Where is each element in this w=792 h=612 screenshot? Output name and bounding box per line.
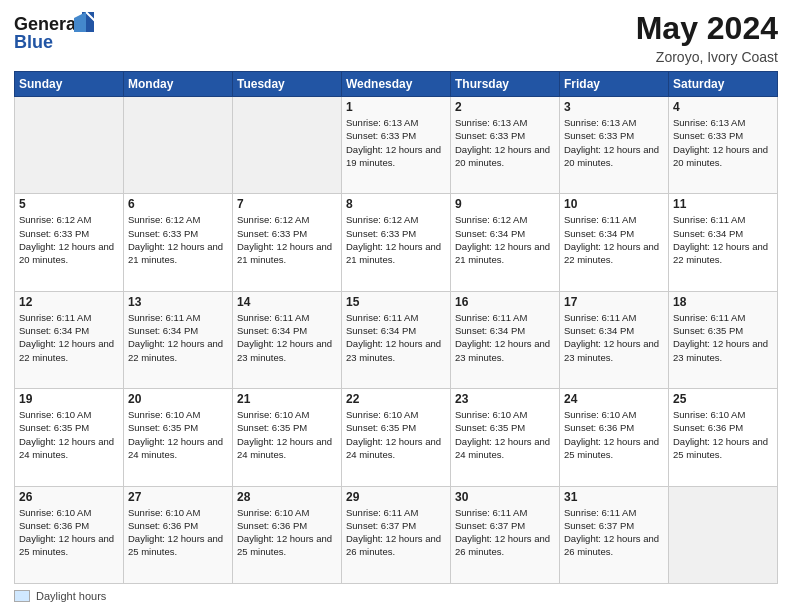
day-number: 15 <box>346 295 446 309</box>
day-info: Sunrise: 6:11 AM Sunset: 6:35 PM Dayligh… <box>673 311 773 364</box>
footer: Daylight hours <box>14 590 778 602</box>
day-number: 4 <box>673 100 773 114</box>
daylight-label: Daylight hours <box>36 590 106 602</box>
day-info: Sunrise: 6:11 AM Sunset: 6:34 PM Dayligh… <box>19 311 119 364</box>
logo-area: General Blue <box>14 10 104 58</box>
weekday-header-thursday: Thursday <box>451 72 560 97</box>
day-info: Sunrise: 6:13 AM Sunset: 6:33 PM Dayligh… <box>455 116 555 169</box>
day-info: Sunrise: 6:11 AM Sunset: 6:34 PM Dayligh… <box>128 311 228 364</box>
weekday-header-row: SundayMondayTuesdayWednesdayThursdayFrid… <box>15 72 778 97</box>
day-cell-1: 1Sunrise: 6:13 AM Sunset: 6:33 PM Daylig… <box>342 97 451 194</box>
day-cell-2: 2Sunrise: 6:13 AM Sunset: 6:33 PM Daylig… <box>451 97 560 194</box>
week-row-4: 19Sunrise: 6:10 AM Sunset: 6:35 PM Dayli… <box>15 389 778 486</box>
empty-cell <box>124 97 233 194</box>
day-info: Sunrise: 6:13 AM Sunset: 6:33 PM Dayligh… <box>564 116 664 169</box>
day-info: Sunrise: 6:12 AM Sunset: 6:33 PM Dayligh… <box>128 213 228 266</box>
day-number: 29 <box>346 490 446 504</box>
calendar-subtitle: Zoroyo, Ivory Coast <box>636 49 778 65</box>
day-info: Sunrise: 6:10 AM Sunset: 6:35 PM Dayligh… <box>19 408 119 461</box>
day-number: 24 <box>564 392 664 406</box>
day-info: Sunrise: 6:13 AM Sunset: 6:33 PM Dayligh… <box>346 116 446 169</box>
empty-cell <box>669 486 778 583</box>
day-info: Sunrise: 6:12 AM Sunset: 6:34 PM Dayligh… <box>455 213 555 266</box>
day-info: Sunrise: 6:10 AM Sunset: 6:36 PM Dayligh… <box>128 506 228 559</box>
page: General Blue May 2024 Zoroyo, Ivory Coas… <box>0 0 792 612</box>
day-number: 27 <box>128 490 228 504</box>
day-number: 25 <box>673 392 773 406</box>
daylight-legend-box <box>14 590 30 602</box>
day-cell-25: 25Sunrise: 6:10 AM Sunset: 6:36 PM Dayli… <box>669 389 778 486</box>
day-cell-6: 6Sunrise: 6:12 AM Sunset: 6:33 PM Daylig… <box>124 194 233 291</box>
day-cell-11: 11Sunrise: 6:11 AM Sunset: 6:34 PM Dayli… <box>669 194 778 291</box>
day-number: 3 <box>564 100 664 114</box>
weekday-header-friday: Friday <box>560 72 669 97</box>
day-number: 20 <box>128 392 228 406</box>
day-number: 16 <box>455 295 555 309</box>
day-info: Sunrise: 6:12 AM Sunset: 6:33 PM Dayligh… <box>19 213 119 266</box>
day-number: 9 <box>455 197 555 211</box>
day-cell-23: 23Sunrise: 6:10 AM Sunset: 6:35 PM Dayli… <box>451 389 560 486</box>
week-row-1: 1Sunrise: 6:13 AM Sunset: 6:33 PM Daylig… <box>15 97 778 194</box>
day-number: 11 <box>673 197 773 211</box>
day-info: Sunrise: 6:10 AM Sunset: 6:36 PM Dayligh… <box>19 506 119 559</box>
day-number: 2 <box>455 100 555 114</box>
day-number: 28 <box>237 490 337 504</box>
day-info: Sunrise: 6:10 AM Sunset: 6:36 PM Dayligh… <box>237 506 337 559</box>
day-info: Sunrise: 6:11 AM Sunset: 6:34 PM Dayligh… <box>673 213 773 266</box>
day-cell-14: 14Sunrise: 6:11 AM Sunset: 6:34 PM Dayli… <box>233 291 342 388</box>
calendar-table: SundayMondayTuesdayWednesdayThursdayFrid… <box>14 71 778 584</box>
day-cell-20: 20Sunrise: 6:10 AM Sunset: 6:35 PM Dayli… <box>124 389 233 486</box>
weekday-header-saturday: Saturday <box>669 72 778 97</box>
day-cell-8: 8Sunrise: 6:12 AM Sunset: 6:33 PM Daylig… <box>342 194 451 291</box>
day-cell-5: 5Sunrise: 6:12 AM Sunset: 6:33 PM Daylig… <box>15 194 124 291</box>
day-cell-9: 9Sunrise: 6:12 AM Sunset: 6:34 PM Daylig… <box>451 194 560 291</box>
day-number: 21 <box>237 392 337 406</box>
day-number: 22 <box>346 392 446 406</box>
day-number: 30 <box>455 490 555 504</box>
day-number: 6 <box>128 197 228 211</box>
day-cell-28: 28Sunrise: 6:10 AM Sunset: 6:36 PM Dayli… <box>233 486 342 583</box>
day-number: 8 <box>346 197 446 211</box>
day-cell-16: 16Sunrise: 6:11 AM Sunset: 6:34 PM Dayli… <box>451 291 560 388</box>
day-cell-18: 18Sunrise: 6:11 AM Sunset: 6:35 PM Dayli… <box>669 291 778 388</box>
day-info: Sunrise: 6:11 AM Sunset: 6:37 PM Dayligh… <box>346 506 446 559</box>
day-info: Sunrise: 6:11 AM Sunset: 6:37 PM Dayligh… <box>455 506 555 559</box>
svg-text:Blue: Blue <box>14 32 53 52</box>
empty-cell <box>233 97 342 194</box>
day-number: 17 <box>564 295 664 309</box>
day-cell-13: 13Sunrise: 6:11 AM Sunset: 6:34 PM Dayli… <box>124 291 233 388</box>
header: General Blue May 2024 Zoroyo, Ivory Coas… <box>14 10 778 65</box>
weekday-header-monday: Monday <box>124 72 233 97</box>
day-info: Sunrise: 6:11 AM Sunset: 6:34 PM Dayligh… <box>564 213 664 266</box>
day-cell-21: 21Sunrise: 6:10 AM Sunset: 6:35 PM Dayli… <box>233 389 342 486</box>
day-info: Sunrise: 6:11 AM Sunset: 6:34 PM Dayligh… <box>346 311 446 364</box>
week-row-2: 5Sunrise: 6:12 AM Sunset: 6:33 PM Daylig… <box>15 194 778 291</box>
day-info: Sunrise: 6:10 AM Sunset: 6:35 PM Dayligh… <box>346 408 446 461</box>
day-number: 13 <box>128 295 228 309</box>
day-number: 10 <box>564 197 664 211</box>
day-cell-30: 30Sunrise: 6:11 AM Sunset: 6:37 PM Dayli… <box>451 486 560 583</box>
day-info: Sunrise: 6:10 AM Sunset: 6:35 PM Dayligh… <box>455 408 555 461</box>
day-info: Sunrise: 6:10 AM Sunset: 6:36 PM Dayligh… <box>564 408 664 461</box>
logo: General Blue <box>14 10 104 58</box>
day-cell-27: 27Sunrise: 6:10 AM Sunset: 6:36 PM Dayli… <box>124 486 233 583</box>
day-number: 26 <box>19 490 119 504</box>
day-number: 7 <box>237 197 337 211</box>
day-cell-12: 12Sunrise: 6:11 AM Sunset: 6:34 PM Dayli… <box>15 291 124 388</box>
day-cell-17: 17Sunrise: 6:11 AM Sunset: 6:34 PM Dayli… <box>560 291 669 388</box>
day-cell-31: 31Sunrise: 6:11 AM Sunset: 6:37 PM Dayli… <box>560 486 669 583</box>
day-number: 14 <box>237 295 337 309</box>
week-row-3: 12Sunrise: 6:11 AM Sunset: 6:34 PM Dayli… <box>15 291 778 388</box>
day-info: Sunrise: 6:11 AM Sunset: 6:34 PM Dayligh… <box>237 311 337 364</box>
day-info: Sunrise: 6:11 AM Sunset: 6:34 PM Dayligh… <box>564 311 664 364</box>
weekday-header-tuesday: Tuesday <box>233 72 342 97</box>
day-number: 19 <box>19 392 119 406</box>
day-cell-7: 7Sunrise: 6:12 AM Sunset: 6:33 PM Daylig… <box>233 194 342 291</box>
day-info: Sunrise: 6:10 AM Sunset: 6:36 PM Dayligh… <box>673 408 773 461</box>
day-info: Sunrise: 6:12 AM Sunset: 6:33 PM Dayligh… <box>237 213 337 266</box>
week-row-5: 26Sunrise: 6:10 AM Sunset: 6:36 PM Dayli… <box>15 486 778 583</box>
day-info: Sunrise: 6:13 AM Sunset: 6:33 PM Dayligh… <box>673 116 773 169</box>
day-info: Sunrise: 6:10 AM Sunset: 6:35 PM Dayligh… <box>128 408 228 461</box>
calendar-title: May 2024 <box>636 10 778 47</box>
day-number: 18 <box>673 295 773 309</box>
